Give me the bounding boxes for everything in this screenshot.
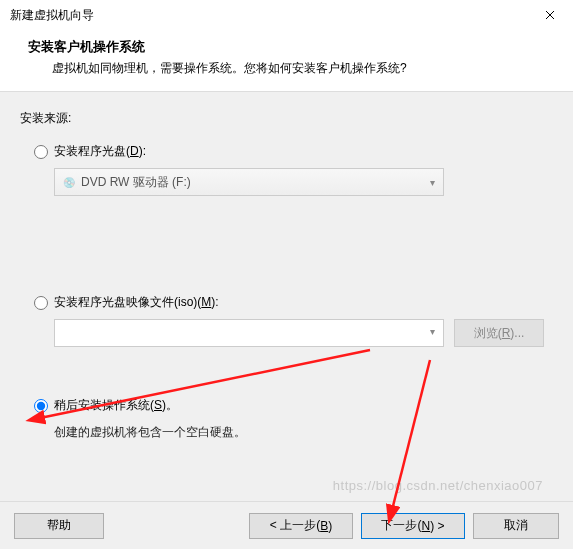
cancel-button[interactable]: 取消 (473, 513, 559, 539)
close-icon (545, 10, 555, 20)
iso-path-input[interactable]: ▾ (54, 319, 444, 347)
next-button[interactable]: 下一步(N) > (361, 513, 465, 539)
wizard-footer: 帮助 < 上一步(B) 下一步(N) > 取消 (0, 501, 573, 549)
radio-install-iso-input[interactable] (34, 296, 48, 310)
help-button[interactable]: 帮助 (14, 513, 104, 539)
browse-button[interactable]: 浏览(R)... (454, 319, 544, 347)
back-button[interactable]: < 上一步(B) (249, 513, 353, 539)
radio-install-disc-label: 安装程序光盘(D): (54, 143, 146, 160)
option-install-later: 稍后安装操作系统(S)。 创建的虚拟机将包含一个空白硬盘。 (34, 397, 553, 441)
radio-install-later[interactable]: 稍后安装操作系统(S)。 (34, 397, 553, 414)
chevron-down-icon: ▾ (430, 326, 435, 337)
radio-install-later-input[interactable] (34, 399, 48, 413)
dvd-icon: 💿 (63, 177, 75, 188)
content-area: 安装来源: 安装程序光盘(D): 💿 DVD RW 驱动器 (F:) ▾ 安装程… (0, 92, 573, 507)
wizard-header: 安装客户机操作系统 虚拟机如同物理机，需要操作系统。您将如何安装客户机操作系统? (0, 30, 573, 92)
page-subtitle: 虚拟机如同物理机，需要操作系统。您将如何安装客户机操作系统? (52, 60, 545, 77)
titlebar: 新建虚拟机向导 (0, 0, 573, 30)
page-title: 安装客户机操作系统 (28, 38, 545, 56)
drive-select-value: DVD RW 驱动器 (F:) (81, 174, 191, 191)
window-title: 新建虚拟机向导 (10, 7, 94, 24)
radio-install-iso-label: 安装程序光盘映像文件(iso)(M): (54, 294, 219, 311)
radio-install-iso[interactable]: 安装程序光盘映像文件(iso)(M): (34, 294, 553, 311)
radio-install-disc-input[interactable] (34, 145, 48, 159)
close-button[interactable] (527, 0, 573, 30)
radio-install-disc[interactable]: 安装程序光盘(D): (34, 143, 553, 160)
option-install-iso: 安装程序光盘映像文件(iso)(M): ▾ 浏览(R)... (34, 294, 553, 347)
source-label: 安装来源: (20, 110, 553, 127)
drive-select[interactable]: 💿 DVD RW 驱动器 (F:) ▾ (54, 168, 444, 196)
chevron-down-icon: ▾ (430, 177, 435, 188)
radio-install-later-label: 稍后安装操作系统(S)。 (54, 397, 178, 414)
option-install-disc: 安装程序光盘(D): 💿 DVD RW 驱动器 (F:) ▾ (34, 143, 553, 196)
install-later-desc: 创建的虚拟机将包含一个空白硬盘。 (54, 424, 553, 441)
